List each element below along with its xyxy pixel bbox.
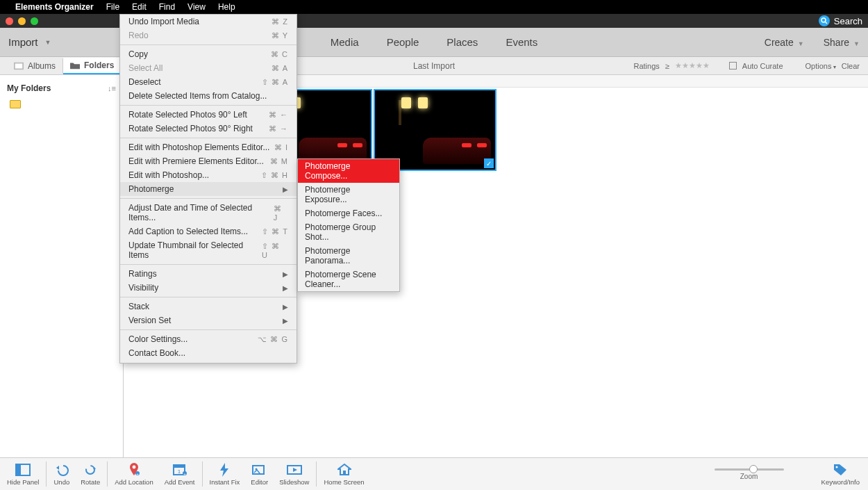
chevron-down-icon: ▼ bbox=[798, 40, 804, 47]
pin-icon: + bbox=[126, 463, 142, 477]
add-event-button[interactable]: 1+ Add Event bbox=[159, 462, 201, 487]
submenu-item[interactable]: Photomerge Compose... bbox=[298, 159, 399, 183]
svg-rect-11 bbox=[174, 465, 185, 468]
svg-point-6 bbox=[86, 466, 94, 474]
hide-panel-button[interactable]: Hide Panel bbox=[1, 462, 44, 487]
rotate-button[interactable]: Rotate bbox=[75, 462, 106, 487]
traffic-lights bbox=[6, 17, 38, 25]
instant-fix-button[interactable]: Instant Fix bbox=[204, 462, 246, 487]
create-button[interactable]: Create▼ bbox=[765, 37, 804, 48]
menu-item[interactable]: Copy⌘ C bbox=[120, 47, 297, 61]
menu-file[interactable]: File bbox=[106, 2, 119, 12]
svg-rect-18 bbox=[343, 471, 346, 475]
undo-button[interactable]: Undo bbox=[48, 462, 75, 487]
photomerge-submenu[interactable]: Photomerge Compose...Photomerge Exposure… bbox=[297, 158, 400, 292]
menu-item[interactable]: Contact Book... bbox=[120, 346, 297, 360]
chevron-right-icon: ▶ bbox=[283, 303, 288, 311]
album-icon bbox=[14, 62, 24, 70]
menu-item[interactable]: Rotate Selected Photos 90° Left⌘ ← bbox=[120, 108, 297, 122]
submenu-item[interactable]: Photomerge Faces... bbox=[298, 206, 399, 220]
subtab-albums[interactable]: Albums bbox=[7, 58, 63, 74]
submenu-item[interactable]: Photomerge Panorama... bbox=[298, 244, 399, 268]
share-button[interactable]: Share▼ bbox=[824, 37, 860, 48]
tab-media[interactable]: Media bbox=[331, 36, 359, 48]
tag-icon bbox=[833, 463, 848, 477]
menu-find[interactable]: Find bbox=[159, 2, 175, 12]
svg-point-0 bbox=[821, 18, 826, 22]
menu-item[interactable]: Edit with Photoshop...⇧ ⌘ H bbox=[120, 168, 297, 182]
svg-text:+: + bbox=[136, 472, 139, 476]
menu-item[interactable]: Adjust Date and Time of Selected Items..… bbox=[120, 201, 297, 224]
ratings-stars[interactable]: ★★★★★ bbox=[675, 61, 710, 70]
auto-curate-checkbox[interactable] bbox=[729, 62, 737, 70]
panel-icon bbox=[15, 463, 31, 477]
menu-item[interactable]: Rotate Selected Photos 90° Right⌘ → bbox=[120, 122, 297, 136]
submenu-item[interactable]: Photomerge Scene Cleaner... bbox=[298, 268, 399, 291]
menu-item[interactable]: Add Caption to Selected Items...⇧ ⌘ T bbox=[120, 224, 297, 238]
fullscreen-window-button[interactable] bbox=[31, 17, 38, 25]
chevron-right-icon: ▶ bbox=[283, 270, 288, 278]
search-icon bbox=[819, 15, 830, 26]
search-area[interactable]: Search bbox=[819, 15, 862, 26]
menu-view[interactable]: View bbox=[187, 2, 206, 12]
edit-menu[interactable]: Undo Import Media⌘ ZRedo⌘ YCopy⌘ CSelect… bbox=[119, 14, 297, 364]
slideshow-button[interactable]: Slideshow bbox=[274, 462, 315, 487]
editor-button[interactable]: Editor bbox=[245, 462, 274, 487]
folder-icon bbox=[10, 100, 21, 108]
menu-item[interactable]: Deselect⇧ ⌘ A bbox=[120, 75, 297, 89]
menu-item[interactable]: Edit with Photoshop Elements Editor...⌘ … bbox=[120, 140, 297, 154]
keyword-info-button[interactable]: Keyword/Info bbox=[815, 462, 867, 487]
svg-rect-5 bbox=[16, 464, 21, 475]
add-location-button[interactable]: + Add Location bbox=[109, 462, 158, 487]
ratings-label: Ratings bbox=[634, 62, 660, 70]
app-name[interactable]: Elements Organizer bbox=[15, 2, 94, 12]
sidebar-folder-item[interactable] bbox=[7, 99, 116, 110]
svg-text:+: + bbox=[183, 471, 186, 475]
ratings-gte-icon: ≥ bbox=[665, 62, 669, 70]
menu-item[interactable]: Ratings▶ bbox=[120, 267, 297, 281]
menu-help[interactable]: Help bbox=[218, 2, 235, 12]
subtab-folders[interactable]: Folders bbox=[63, 58, 122, 74]
menu-item[interactable]: Undo Import Media⌘ Z bbox=[120, 15, 297, 28]
tab-people[interactable]: People bbox=[387, 36, 419, 48]
chevron-right-icon: ▶ bbox=[283, 317, 288, 325]
chevron-right-icon: ▶ bbox=[283, 186, 288, 193]
submenu-item[interactable]: Photomerge Group Shot... bbox=[298, 220, 399, 244]
menu-item: Select All⌘ A bbox=[120, 61, 297, 75]
home-icon bbox=[337, 463, 352, 477]
calendar-icon: 1+ bbox=[172, 463, 187, 477]
tab-places[interactable]: Places bbox=[446, 36, 478, 48]
undo-icon bbox=[54, 463, 69, 477]
menu-item[interactable]: Color Settings...⌥ ⌘ G bbox=[120, 332, 297, 346]
svg-line-1 bbox=[825, 22, 827, 24]
home-screen-button[interactable]: Home Screen bbox=[318, 462, 369, 487]
sidebar-sort-icon[interactable]: ↓≡ bbox=[108, 84, 116, 92]
menu-item[interactable]: Visibility▶ bbox=[120, 281, 297, 295]
submenu-item[interactable]: Photomerge Exposure... bbox=[298, 183, 399, 206]
auto-curate-label: Auto Curate bbox=[742, 62, 783, 70]
svg-text:1: 1 bbox=[177, 468, 181, 475]
import-button[interactable]: Import ▼ bbox=[8, 33, 51, 51]
menu-item[interactable]: Edit with Premiere Elements Editor...⌘ M bbox=[120, 154, 297, 168]
zoom-slider[interactable] bbox=[715, 468, 784, 471]
menu-item[interactable]: Version Set▶ bbox=[120, 313, 297, 327]
check-icon: ✓ bbox=[484, 158, 494, 168]
menu-item[interactable]: Stack▶ bbox=[120, 300, 297, 313]
search-label: Search bbox=[834, 16, 862, 26]
albums-label: Albums bbox=[28, 61, 56, 71]
minimize-window-button[interactable] bbox=[18, 17, 26, 25]
tab-events[interactable]: Events bbox=[506, 36, 537, 48]
menu-item[interactable]: Delete Selected Items from Catalog... bbox=[120, 89, 297, 103]
menu-item[interactable]: Update Thumbnail for Selected Items⇧ ⌘ U bbox=[120, 238, 297, 262]
close-window-button[interactable] bbox=[6, 17, 13, 25]
menu-edit[interactable]: Edit bbox=[132, 2, 147, 12]
sidebar-header: My Folders bbox=[7, 83, 51, 93]
svg-rect-3 bbox=[15, 63, 23, 68]
menu-item[interactable]: Photomerge▶ bbox=[120, 182, 297, 196]
menu-item: Redo⌘ Y bbox=[120, 28, 297, 42]
options-button[interactable]: Options ▾ bbox=[806, 62, 836, 70]
zoom-control[interactable]: Zoom bbox=[715, 468, 784, 480]
folder-icon bbox=[70, 61, 80, 70]
clear-button[interactable]: Clear bbox=[842, 62, 860, 70]
main-tabs: Media People Places Events bbox=[331, 36, 537, 48]
